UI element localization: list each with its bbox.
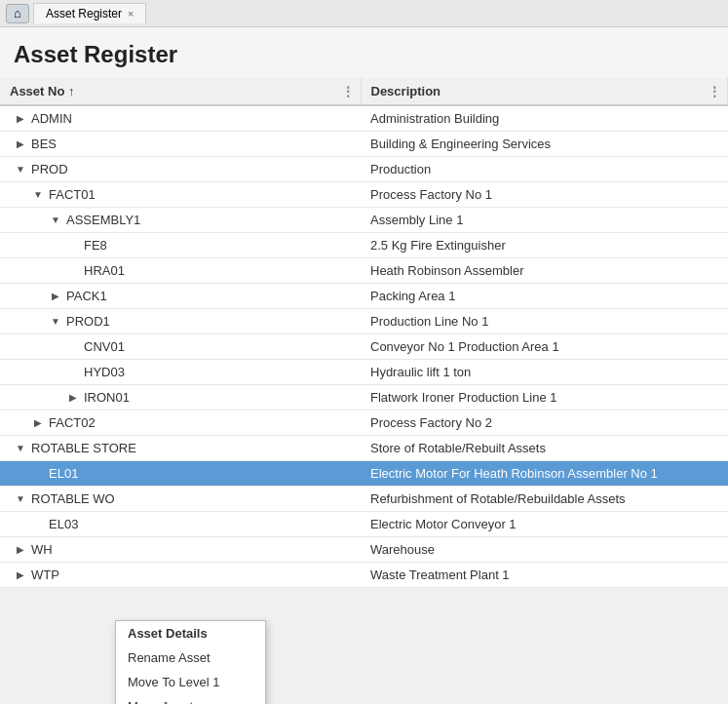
table-row[interactable]: ▼ASSEMBLY1Assembly Line 1 [0,208,728,233]
description-cell: Waste Treatment Plant 1 [361,563,728,588]
asset-id-label: ROTABLE WO [31,491,115,506]
context-menu-item[interactable]: Rename Asset [116,645,265,670]
tab-label: Asset Register [46,7,122,20]
context-menu: Asset DetailsRename AssetMove To Level 1… [115,620,266,704]
description-cell: Process Factory No 2 [361,411,728,436]
expand-icon[interactable]: ▼ [14,492,27,506]
asset-id-label: BES [31,137,57,151]
asset-id-label: FE8 [84,238,107,253]
asset-no-cell: ▼ASSEMBLY1 [0,208,361,233]
table-row[interactable]: ▶IRON01Flatwork Ironer Production Line 1 [0,385,728,411]
table-row[interactable]: ▼PROD1Production Line No 1 [0,309,728,334]
table-row[interactable]: FE82.5 Kg Fire Extinguisher [0,233,728,258]
description-cell: 2.5 Kg Fire Extinguisher [361,233,728,258]
expand-icon[interactable]: ▶ [31,416,45,430]
asset-id-label: FACT01 [49,187,96,202]
home-button[interactable]: ⌂ [6,4,29,23]
description-cell: Heath Robinson Assembler [361,258,728,284]
description-cell: Warehouse [361,537,728,563]
asset-no-cell: ▶WTP [0,563,361,588]
asset-register-tab[interactable]: Asset Register × [33,3,146,23]
description-cell: Packing Area 1 [361,284,728,309]
expand-icon[interactable]: ▼ [49,315,62,329]
expand-icon[interactable]: ▶ [14,137,27,151]
description-cell: Flatwork Ironer Production Line 1 [361,385,728,411]
table-row[interactable]: ▼PRODProduction [0,157,728,182]
asset-id-label: ROTABLE STORE [31,441,136,455]
table-row[interactable]: ▶ADMINAdministration Building [0,105,728,132]
asset-id-label: WTP [31,567,59,582]
asset-no-cell: ▶BES [0,132,361,157]
description-cell: Process Factory No 1 [361,182,728,208]
description-cell: Conveyor No 1 Production Area 1 [361,334,728,360]
table-row[interactable]: ▶BESBuilding & Engineering Services [0,132,728,157]
asset-table: Asset No ↑ ⋮ Description ⋮ ▶ADMINAdminis… [0,78,728,588]
page-title: Asset Register [0,27,728,78]
table-row[interactable]: ▶PACK1Packing Area 1 [0,284,728,309]
expand-icon [66,264,80,278]
description-cell: Electric Motor Conveyor 1 [361,512,728,537]
table-row[interactable]: ▼FACT01Process Factory No 1 [0,182,728,208]
asset-id-label: ASSEMBLY1 [66,213,140,227]
context-menu-item[interactable]: Move To Level 1 [116,670,265,694]
asset-table-wrapper: Asset No ↑ ⋮ Description ⋮ ▶ADMINAdminis… [0,78,728,588]
asset-no-cell: ▼ROTABLE STORE [0,436,361,461]
description-cell: Production Line No 1 [361,309,728,334]
description-cell: Electric Motor For Heath Robinson Assemb… [361,461,728,487]
col-description: Description ⋮ [361,78,728,105]
col-asset-no: Asset No ↑ ⋮ [0,78,361,105]
asset-no-cell: FE8 [0,233,361,258]
context-menu-item[interactable]: Move Asset [116,694,265,704]
asset-id-label: WH [31,542,53,557]
asset-id-label: CNV01 [84,339,125,354]
asset-no-cell: ▶IRON01 [0,385,361,411]
asset-id-label: FACT02 [49,415,96,430]
table-row[interactable]: ▶WTPWaste Treatment Plant 1 [0,563,728,588]
asset-no-cell: ▶ADMIN [0,105,361,132]
col-asset-no-menu-icon[interactable]: ⋮ [341,84,355,99]
asset-no-cell: ▶WH [0,537,361,563]
table-row[interactable]: ▶WHWarehouse [0,537,728,563]
description-cell: Hydraulic lift 1 ton [361,360,728,385]
expand-icon[interactable]: ▼ [49,214,62,227]
sort-asc-icon[interactable]: ↑ [68,84,75,98]
expand-icon [31,518,45,531]
close-tab-icon[interactable]: × [128,8,134,20]
expand-icon[interactable]: ▼ [14,163,27,176]
asset-no-cell: CNV01 [0,334,361,360]
context-menu-item[interactable]: Asset Details [116,621,265,645]
asset-id-label: PROD1 [66,314,110,329]
table-row[interactable]: ▶FACT02Process Factory No 2 [0,411,728,436]
expand-icon[interactable]: ▶ [14,568,27,582]
table-row[interactable]: ▼ROTABLE WORefurbishment of Rotable/Rebu… [0,487,728,512]
expand-icon[interactable]: ▶ [14,112,27,126]
asset-no-cell: EL03 [0,512,361,537]
asset-id-label: EL03 [49,517,78,531]
asset-id-label: HRA01 [84,263,125,278]
table-row[interactable]: ▼ROTABLE STOREStore of Rotable/Rebuilt A… [0,436,728,461]
expand-icon[interactable]: ▶ [14,543,27,557]
expand-icon[interactable]: ▼ [14,442,27,455]
table-row[interactable]: HRA01Heath Robinson Assembler [0,258,728,284]
table-header-row: Asset No ↑ ⋮ Description ⋮ [0,78,728,105]
asset-id-label: EL01 [49,466,78,481]
expand-icon[interactable]: ▼ [31,188,45,202]
asset-no-cell: HYD03 [0,360,361,385]
asset-id-label: PROD [31,162,68,176]
asset-no-cell: EL01 [0,461,361,487]
expand-icon[interactable]: ▶ [49,290,62,303]
col-description-label: Description [371,84,441,98]
expand-icon [66,366,80,379]
table-row[interactable]: CNV01Conveyor No 1 Production Area 1 [0,334,728,360]
table-row[interactable]: HYD03Hydraulic lift 1 ton [0,360,728,385]
asset-no-cell: ▼FACT01 [0,182,361,208]
home-icon: ⌂ [14,6,21,20]
table-row[interactable]: EL01Electric Motor For Heath Robinson As… [0,461,728,487]
asset-no-cell: HRA01 [0,258,361,284]
col-description-menu-icon[interactable]: ⋮ [708,84,721,99]
asset-no-cell: ▶FACT02 [0,411,361,436]
table-row[interactable]: EL03Electric Motor Conveyor 1 [0,512,728,537]
expand-icon [66,239,80,253]
asset-no-cell: ▶PACK1 [0,284,361,309]
expand-icon[interactable]: ▶ [66,391,80,405]
